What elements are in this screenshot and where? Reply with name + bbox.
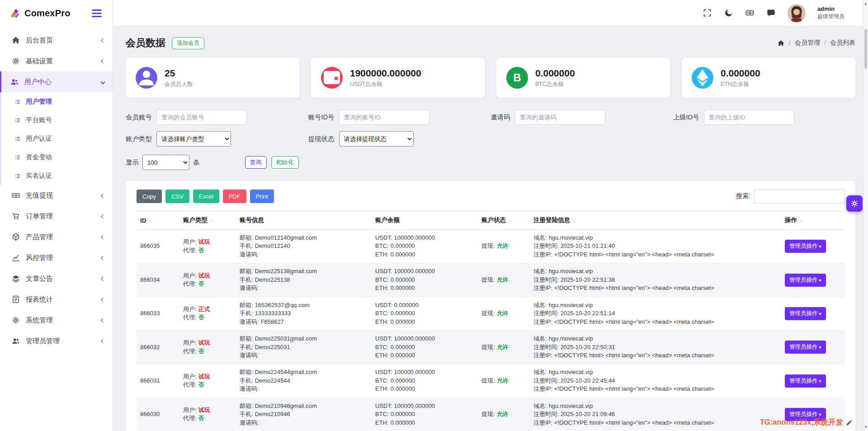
stat-cards: 25 会员总人数 1900000.000000 USDT总余额 B 0.0000…	[126, 58, 855, 98]
invite-code-label: 邀请码:	[240, 352, 259, 359]
fullscreen-icon[interactable]	[703, 8, 712, 18]
scroll-up-arrow-icon[interactable]	[864, 3, 867, 5]
query-button[interactable]: 查询	[245, 156, 267, 169]
domain-label: 域名:	[533, 335, 547, 342]
search-input[interactable]	[754, 189, 844, 204]
invite-code-value: F658627	[261, 318, 284, 325]
avatar[interactable]	[788, 4, 806, 22]
breadcrumb-member-management[interactable]: 会员管理	[795, 39, 820, 47]
home-icon[interactable]	[777, 39, 785, 47]
account-type-cell: 用户:试玩 代理:否	[179, 331, 236, 364]
scrollbar[interactable]	[863, 0, 868, 431]
register-ip-label: 注册IP:	[533, 385, 552, 392]
balance-cell: USDT:100000.000000 BTC:0.000000 ETH:0.00…	[372, 331, 478, 364]
sidebar-item-user-center[interactable]: 用户中心	[0, 71, 113, 92]
sidebar-item-platform-accounts[interactable]: 平台账号	[1, 111, 113, 129]
invite-code-input[interactable]	[515, 109, 605, 125]
chevron-left-icon	[101, 214, 105, 218]
excel-button[interactable]: Excel	[193, 189, 219, 203]
withdraw-value: 允许	[497, 276, 509, 283]
sidebar-item-basic-settings[interactable]: 基础设置	[0, 51, 113, 71]
gear-icon	[850, 199, 859, 208]
add-member-button[interactable]: 添加会员	[172, 37, 204, 49]
sidebar-item-order-management[interactable]: 订单管理	[0, 206, 113, 227]
settings-fab[interactable]	[846, 195, 863, 212]
hamburger-menu-icon[interactable]	[90, 8, 104, 19]
moon-icon[interactable]	[724, 8, 733, 18]
register-info-cell: 域名:hgu.moviecat.vip 注册时间:2025-10-20 22:5…	[530, 263, 781, 297]
brand-logo[interactable]: ComexPro	[9, 7, 71, 19]
invite-code-label: 邀请码:	[240, 419, 259, 426]
sidebar-item-deposit-withdraw[interactable]: 充值提现	[0, 185, 113, 206]
sidebar-item-articles[interactable]: 文章公告	[0, 268, 113, 289]
actions-cell: 管理员操作▾	[781, 364, 844, 398]
email-label: 邮箱:	[240, 234, 253, 241]
chat-icon[interactable]	[766, 8, 776, 18]
column-header-balance[interactable]: 账户余额	[372, 211, 478, 230]
user-meta[interactable]: admin 超级管理员	[817, 5, 844, 20]
sidebar-item-user-management[interactable]: 用户管理	[1, 92, 113, 111]
app-root: ComexPro 后台首页 基础设置 用户中心	[0, 0, 868, 431]
cash-icon[interactable]	[745, 8, 755, 18]
copy-button[interactable]: Copy	[137, 189, 162, 203]
user-type-value: 试玩	[198, 407, 210, 413]
register-time-label: 注册时间:	[533, 276, 559, 283]
sidebar-item-user-auth[interactable]: 用户认证	[1, 129, 113, 148]
column-header-actions[interactable]: 操作↑↓	[781, 211, 844, 230]
reset-button[interactable]: 初始化	[271, 156, 299, 169]
sidebar-item-product-management[interactable]: 产品管理	[0, 227, 113, 247]
eth-label: ETH:	[375, 251, 389, 258]
balance-cell: USDT:100000.000000 BTC:0.000000 ETH:0.00…	[372, 263, 478, 297]
account-type-select[interactable]: 请选择账户类型	[156, 131, 231, 147]
pdf-button[interactable]: PDF	[223, 189, 246, 203]
page-size-select[interactable]: 100	[142, 155, 189, 170]
sidebar-item-fund-changes[interactable]: 资金变动	[1, 148, 113, 166]
domain-value: hgu.moviecat.vip	[549, 335, 593, 342]
withdraw-value: 允许	[497, 344, 509, 350]
sidebar-item-risk-management[interactable]: 风控管理	[0, 247, 113, 268]
admin-actions-button[interactable]: 管理员操作▾	[785, 307, 826, 320]
admin-actions-button[interactable]: 管理员操作▾	[785, 240, 826, 253]
admin-actions-button[interactable]: 管理员操作▾	[785, 274, 826, 287]
phone-value: Demo225031	[255, 344, 290, 350]
sidebar-item-label: 风控管理	[26, 254, 101, 262]
balance-cell: USDT:100000.000000 BTC:0.000000 ETH:0.00…	[372, 364, 478, 398]
account-info-cell: 邮箱:Demo224544gmail.com 手机:Demo224544 邀请码…	[236, 364, 372, 398]
breadcrumb-member-list[interactable]: 会员列表	[830, 39, 855, 47]
sidebar-item-dashboard[interactable]: 后台首页	[0, 30, 113, 51]
parent-id-input[interactable]	[704, 109, 794, 125]
csv-button[interactable]: CSV	[165, 189, 189, 203]
column-header-account-type[interactable]: 账户类型↑↓	[179, 211, 236, 230]
eth-value: 0.000000	[391, 318, 415, 325]
sidebar-item-label: 系统管理	[26, 316, 101, 325]
usdt-label: USDT:	[375, 234, 392, 241]
member-id-cell: 866030	[137, 398, 179, 431]
stat-value: 0.000000	[535, 67, 575, 79]
print-button[interactable]: Print	[250, 189, 274, 203]
eth-label: ETH:	[375, 284, 389, 291]
sidebar-item-admin-management[interactable]: 管理员管理	[0, 331, 113, 351]
stat-card-usdt-balance: 1900000.000000 USDT总余额	[311, 58, 485, 98]
user-type-label: 用户:	[183, 339, 197, 346]
member-account-input[interactable]	[156, 109, 247, 125]
column-header-id[interactable]: ID↑↓	[137, 211, 179, 230]
breadcrumb-separator: /	[824, 39, 826, 47]
sidebar-subitem-label: 平台账号	[26, 116, 52, 124]
sidebar-item-system-management[interactable]: 系统管理	[0, 310, 113, 331]
account-id-input[interactable]	[339, 109, 429, 125]
column-header-status[interactable]: 账户状态↑↓	[478, 211, 530, 230]
sidebar-item-real-name-auth[interactable]: 实名认证	[1, 166, 113, 185]
sidebar-item-reports[interactable]: 报表统计	[0, 289, 113, 310]
column-header-account-info[interactable]: 账号信息	[236, 211, 372, 230]
admin-actions-button[interactable]: 管理员操作▾	[785, 341, 826, 354]
account-info-cell: 邮箱:Demo225138gmail.com 手机:Demo225138 邀请码…	[236, 263, 372, 297]
btc-letter: B	[513, 71, 521, 84]
home-icon	[11, 36, 20, 45]
column-header-register-info[interactable]: 注册登陆信息↑↓	[530, 211, 781, 230]
admin-actions-button[interactable]: 管理员操作▾	[785, 374, 826, 388]
agent-value: 否	[198, 247, 204, 254]
agent-label: 代理:	[183, 247, 197, 254]
withdraw-status-select[interactable]: 请选择提现状态	[339, 131, 414, 147]
scrollbar-thumb[interactable]	[864, 29, 867, 69]
scroll-down-arrow-icon[interactable]	[864, 426, 867, 428]
